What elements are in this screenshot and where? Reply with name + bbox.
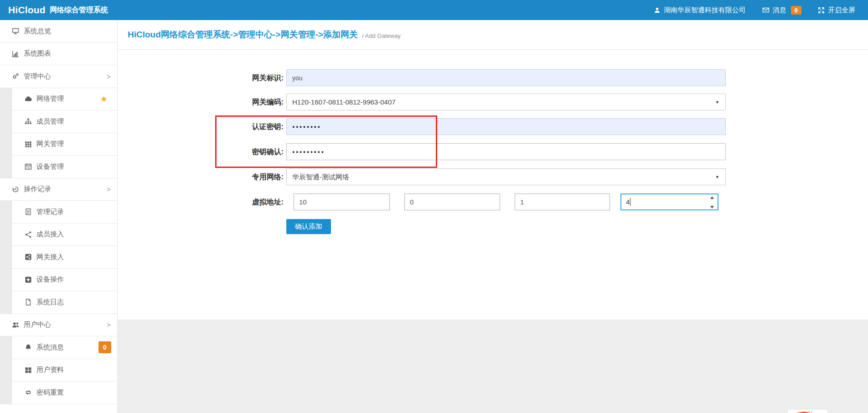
number-stepper[interactable] <box>708 196 715 209</box>
private-network-select[interactable]: 华辰智通-测试网络 ▼ <box>286 168 726 185</box>
stepper-down-icon[interactable] <box>710 206 714 209</box>
gears-icon <box>11 73 20 80</box>
fullscreen-toggle[interactable]: 开启全屏 <box>818 6 855 15</box>
brand-logo: HiCloud <box>0 5 46 16</box>
sidebar-item-label: 设备操作 <box>36 275 64 284</box>
sidebar-item-gateway-management[interactable]: 网关管理 <box>0 133 117 156</box>
sidebar-item-label: 成员接入 <box>36 230 64 239</box>
sidebar-item-label: 系统日志 <box>36 298 64 307</box>
breadcrumb: HiCloud网络综合管理系统->管理中心->网关管理->添加网关 / Add … <box>118 20 868 50</box>
sidebar-item-member-access[interactable]: 成员接入 <box>0 224 117 246</box>
gateway-code-label: 网关编码: <box>118 94 284 110</box>
company-menu[interactable]: 湖南华辰智通科技有限公司 <box>654 6 746 15</box>
star-icon: ★ <box>100 95 108 103</box>
support-widget-logo <box>790 410 811 413</box>
file-icon <box>24 298 33 306</box>
sidebar-item-device-operations[interactable]: 设备操作 <box>0 269 117 292</box>
fullscreen-label: 开启全屏 <box>828 6 855 15</box>
main-content: HiCloud网络综合管理系统->管理中心->网关管理->添加网关 / Add … <box>118 20 868 413</box>
sidebar-item-system-overview[interactable]: 系统总览 <box>0 20 117 43</box>
confirm-add-button[interactable]: 确认添加 <box>286 219 331 234</box>
virtual-address-input-2[interactable] <box>404 193 500 210</box>
gateway-id-row: 网关标识: <box>118 69 868 86</box>
key-confirm-input[interactable] <box>286 143 726 160</box>
breadcrumb-note: / Add Gateway <box>362 32 401 39</box>
chevron-down-icon: ▼ <box>715 175 719 179</box>
sidebar-item-system-messages[interactable]: 系统消息0 <box>0 336 117 359</box>
user-icon <box>654 7 661 14</box>
private-network-value: 华辰智通-测试网络 <box>292 173 349 181</box>
sidebar-item-label: 系统总览 <box>24 27 51 36</box>
virtual-address-value-4: 4 <box>626 198 630 206</box>
virtual-address-input-4[interactable]: 4 <box>620 193 718 210</box>
bell-icon <box>24 344 33 351</box>
retweet-icon <box>24 389 33 396</box>
cloud-icon <box>24 95 33 103</box>
top-navbar: HiCloud 网络综合管理系统 湖南华辰智通科技有限公司 消息 0 开启全屏 <box>0 0 868 20</box>
sidebar-item-label: 网络管理 <box>36 94 64 103</box>
sidebar-item-system-charts[interactable]: 系统图表 <box>0 43 117 66</box>
sidebar-item-system-logs[interactable]: 系统日志 <box>0 291 117 314</box>
sidebar-item-label: 网关管理 <box>36 140 64 148</box>
users-icon <box>11 321 20 329</box>
messages-label: 消息 <box>773 6 786 15</box>
gateway-code-row: 网关编码: H120-1607-0811-0812-9963-0407 ▼ <box>118 94 868 110</box>
sidebar-item-user-profile[interactable]: 用户资料 <box>0 359 117 382</box>
virtual-address-input-3[interactable] <box>515 193 610 210</box>
private-network-row: 专用网络: 华辰智通-测试网络 ▼ <box>118 168 868 185</box>
gateway-id-label: 网关标识: <box>118 69 284 86</box>
sidebar-item-password-reset[interactable]: 密码重置 <box>0 382 117 404</box>
navbar-right: 湖南华辰智通科技有限公司 消息 0 开启全屏 <box>654 6 868 15</box>
share-square-icon <box>24 253 33 261</box>
company-name: 湖南华辰智通科技有限公司 <box>664 6 746 15</box>
sidebar-item-operation-records[interactable]: 操作记录> <box>0 178 117 201</box>
sidebar-item-label: 操作记录 <box>24 185 51 193</box>
chevron-down-icon: ▼ <box>715 100 719 105</box>
desktop-icon <box>11 27 20 35</box>
chevron-right-icon: > <box>107 321 111 329</box>
gateway-id-input[interactable] <box>286 69 726 86</box>
sidebar-item-admin-records[interactable]: 管理记录 <box>0 201 117 224</box>
floating-support-widget[interactable] <box>787 409 828 413</box>
sidebar-count-badge: 0 <box>98 341 111 353</box>
private-network-label: 专用网络: <box>118 168 284 185</box>
breadcrumb-path: HiCloud网络综合管理系统->管理中心->网关管理->添加网关 <box>128 29 358 41</box>
messages-menu[interactable]: 消息 0 <box>762 6 801 15</box>
fullscreen-icon <box>818 7 825 14</box>
gateway-code-value: H120-1607-0811-0812-9963-0407 <box>292 98 396 106</box>
key-confirm-row: 密钥确认: <box>118 143 868 160</box>
virtual-address-row: 虚拟地址: 4 <box>118 193 868 210</box>
sidebar-item-label: 管理中心 <box>24 72 51 81</box>
share-icon <box>24 231 33 238</box>
sidebar-item-gateway-access[interactable]: 网关接入 <box>0 246 117 269</box>
sidebar-item-label: 网关接入 <box>36 253 64 261</box>
stepper-up-icon[interactable] <box>710 196 714 199</box>
support-widget-logo-line <box>809 411 810 413</box>
gateway-code-select[interactable]: H120-1607-0811-0812-9963-0407 ▼ <box>286 94 726 110</box>
support-widget-logo-line <box>811 411 812 413</box>
mail-icon <box>762 6 770 14</box>
app-root: HiCloud 网络综合管理系统 湖南华辰智通科技有限公司 消息 0 开启全屏 … <box>0 0 868 413</box>
key-confirm-label: 密钥确认: <box>118 143 284 160</box>
text-cursor <box>630 198 630 206</box>
file-text-icon <box>24 208 33 215</box>
chevron-right-icon: > <box>107 185 111 193</box>
sidebar-item-label: 成员管理 <box>36 117 64 126</box>
virtual-address-label: 虚拟地址: <box>118 193 284 210</box>
messages-count-badge: 0 <box>791 6 801 15</box>
page-background <box>118 319 868 413</box>
auth-key-input[interactable] <box>286 118 726 135</box>
virtual-address-input-1[interactable] <box>294 193 390 210</box>
sidebar-item-member-management[interactable]: 成员管理 <box>0 110 117 133</box>
sidebar-item-device-management[interactable]: 设备管理 <box>0 156 117 178</box>
sidebar-item-label: 密码重置 <box>36 388 64 397</box>
sidebar-item-user-center[interactable]: 用户中心> <box>0 314 117 337</box>
sidebar-item-label: 设备管理 <box>36 162 64 171</box>
plus-square-icon <box>24 276 33 283</box>
sidebar-item-label: 用户资料 <box>36 366 64 374</box>
history-icon <box>11 186 20 193</box>
th-large-icon <box>24 366 33 374</box>
sidebar-item-network-management[interactable]: 网络管理★ <box>0 88 117 111</box>
sidebar-item-admin-center[interactable]: 管理中心> <box>0 65 117 88</box>
auth-key-label: 认证密钥: <box>118 118 284 135</box>
